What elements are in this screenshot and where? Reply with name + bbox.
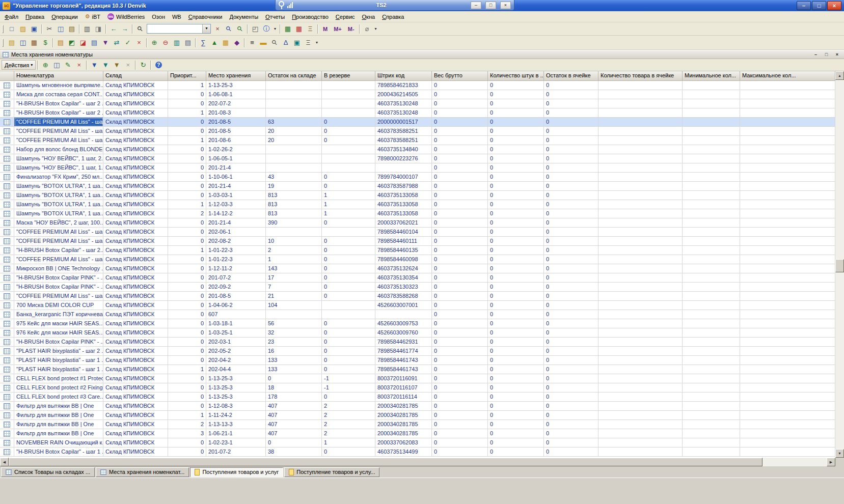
find-icon[interactable]: ⚲ (134, 23, 146, 35)
table-row[interactable]: Маска "НОУ ВЕЙВС", 2 шаг, 100...Склад КП… (0, 218, 835, 228)
forward-icon[interactable]: → (119, 23, 130, 35)
table-row[interactable]: "COFFEE PREMIUM All Liss" - шаг...Склад … (0, 136, 835, 145)
refresh-icon[interactable]: ↻ (138, 60, 149, 71)
table-row[interactable]: "H-BRUSH Botox Capilar" - шаг 2...Склад … (0, 246, 835, 255)
menu-item-справочники[interactable]: Справочники (185, 12, 226, 21)
combo-dropdown-button[interactable]: ▾ (202, 24, 210, 33)
print-icon[interactable]: ▥ (81, 23, 93, 35)
table-row[interactable]: "COFFEE PREMIUM All Liss" - шаг...Склад … (0, 228, 835, 237)
menu-item-озон[interactable]: Озон (148, 12, 169, 21)
vertical-scroll-thumb[interactable] (835, 259, 844, 272)
reports-icon[interactable]: ∑ (198, 37, 209, 48)
scroll-up-button[interactable]: ▲ (835, 71, 844, 80)
cash-payment-icon[interactable]: ⊖ (160, 37, 171, 48)
pin-icon[interactable] (279, 1, 284, 9)
open-icon[interactable]: ▨ (17, 23, 29, 35)
column-header-min-quantity[interactable]: Минимальное кол... (683, 71, 740, 81)
inventory-check-icon[interactable]: ✓ (122, 37, 133, 48)
table-row[interactable]: 975 Кейс для маски HAIR SEAS...Склад КПИ… (0, 319, 835, 328)
disable-filter-icon[interactable]: × (122, 60, 133, 71)
table-row[interactable]: Шампунь "НОУ ВЕЙВС", 1 шаг, 1...Склад КП… (0, 163, 835, 173)
rdp-close-button[interactable]: × (500, 2, 511, 9)
quick-search-input[interactable] (147, 25, 202, 33)
menu-item-ibt[interactable]: ⚙iBT (81, 12, 104, 21)
column-header-gross-weight[interactable]: Вес брутто (432, 71, 488, 81)
menu-item-производство[interactable]: Производство (288, 12, 332, 21)
table-row[interactable]: CELL FLEX bond protect #3 Care...Склад К… (0, 393, 835, 402)
menu-item-операции[interactable]: Операции (48, 12, 81, 21)
help-icon[interactable]: ? (153, 60, 164, 71)
calendar-icon[interactable]: ▦ (293, 23, 305, 35)
table-row[interactable]: Миска для состава серая CONT...Склад КПИ… (0, 90, 835, 99)
restore-button[interactable]: □ (812, 1, 826, 10)
panel-restore-button[interactable]: □ (822, 51, 831, 58)
price-list-icon[interactable]: $ (40, 37, 51, 48)
sales-chart-icon[interactable]: ▲ (209, 37, 220, 48)
table-row[interactable]: Банка_kerarganic ПЭТ коричнева...Склад К… (0, 310, 835, 319)
scroll-left-button[interactable]: ◀ (0, 458, 9, 466)
clear-search-icon[interactable]: × (212, 23, 223, 35)
table-settings-icon[interactable]: ▦ (282, 23, 293, 35)
table-row[interactable]: "H-BRUSH Botox Capilar PINK" - ...Склад … (0, 283, 835, 292)
panel-close-button[interactable]: × (833, 51, 841, 58)
close-button[interactable]: × (827, 1, 841, 10)
rdp-restore-button[interactable]: □ (485, 2, 496, 9)
find-next-icon[interactable]: ⚲ (223, 23, 234, 35)
scanner-icon[interactable]: ⚲ (269, 37, 280, 48)
column-header-nomenclature[interactable]: Номенклатура (14, 71, 103, 81)
horizontal-scroll-track[interactable] (9, 458, 827, 466)
info-caret[interactable]: ▾ (272, 24, 278, 34)
find-previous-icon[interactable]: ⚲ (234, 23, 246, 35)
filter-settings-icon[interactable]: ▼ (89, 60, 100, 71)
stock-report-icon[interactable]: ▦ (220, 37, 231, 48)
table-row[interactable]: Шампунь "BOTOX ULTRA", 1 ша...Склад КПИМ… (0, 200, 835, 209)
column-header-pieces-per-pack[interactable]: Количество штук в ... (488, 71, 544, 81)
table-row[interactable]: NOVEMBER RAIN Очищающий к...Склад КПИМОВ… (0, 438, 835, 447)
purchase-order-icon[interactable]: ▤ (55, 37, 66, 48)
memory-plus-button[interactable]: М+ (331, 24, 345, 34)
scroll-right-button[interactable]: ▶ (827, 458, 835, 466)
save-icon[interactable]: ▣ (29, 23, 40, 35)
equipment-icon[interactable]: ▣ (291, 37, 303, 48)
column-header-max-quantity[interactable]: Максимальное кол... (740, 71, 835, 81)
actions-button[interactable]: Действия▾ (2, 60, 36, 70)
menu-item-документы[interactable]: Документы (226, 12, 262, 21)
column-header-barcode[interactable]: Штрих код (375, 71, 432, 81)
menu-item-сервис[interactable]: Сервис (332, 12, 359, 21)
table-row[interactable]: "COFFEE PREMIUM All Liss" - шаг...Склад … (0, 255, 835, 264)
cut-icon[interactable]: ✂ (44, 23, 55, 35)
table-row[interactable]: "H-BRUSH Botox Capilar PINK" - ...Склад … (0, 338, 835, 347)
table-row[interactable]: "COFFEE PREMIUM All Liss" - шаг...Склад … (0, 292, 835, 301)
table-row[interactable]: 976 Кейс для маски HAIR SEAS...Склад КПИ… (0, 328, 835, 338)
rdp-minimize-button[interactable]: – (471, 2, 481, 9)
commands-overflow-caret[interactable]: ▾ (314, 38, 320, 48)
table-row[interactable]: "H-BRUSH Botox Capilar" - шаг 2 ...Склад… (0, 99, 835, 108)
drag-handle[interactable] (2, 39, 4, 47)
table-row[interactable]: "H-BRUSH Botox Capilar PINK" - ...Склад … (0, 273, 835, 283)
column-header-priority[interactable]: Приорит... (168, 71, 206, 81)
table-row[interactable]: Фильтр для вытяжки BB | OneСклад КПИМОВС… (0, 402, 835, 411)
menu-item-wildberries[interactable]: WBWildBerries (104, 12, 148, 21)
filter-by-value-icon[interactable]: ▼ (100, 60, 111, 71)
table-row[interactable]: "COFFEE PREMIUM All Liss" - шаг...Склад … (0, 237, 835, 246)
table-row[interactable]: "H-BRUSH Botox Capilar" - шаг 1 ...Склад… (0, 447, 835, 457)
panel-minimize-button[interactable]: – (811, 51, 820, 58)
column-header-cell-quantity[interactable]: Количество товара в ячейке (598, 71, 683, 81)
print-preview-icon[interactable]: ◨ (93, 23, 104, 35)
new-document-icon[interactable]: □ (6, 23, 17, 35)
table-row[interactable]: Шампунь "BOTOX ULTRA", 1 ша...Склад КПИМ… (0, 182, 835, 191)
table-row[interactable]: 700 Миска DEMI COLOR CUPСклад КПИМОВСК01… (0, 301, 835, 310)
table-row[interactable]: "PLAST HAIR bixyplastia" - шаг 2 ...Скла… (0, 347, 835, 356)
edit-icon[interactable]: ✎ (62, 60, 73, 71)
table-row[interactable]: Микроскоп BB | ONE Technology ...Склад К… (0, 264, 835, 273)
filter-history-icon[interactable]: ▼ (111, 60, 122, 71)
toolbar-overflow-caret[interactable]: ▾ (373, 24, 379, 34)
scales-icon[interactable]: Δ (280, 37, 291, 48)
payment-order-icon[interactable]: ▤ (182, 37, 194, 48)
back-icon[interactable]: ← (108, 23, 119, 35)
info-icon[interactable]: ⓘ (261, 23, 272, 35)
table-row[interactable]: "COFFEE PREMIUM All Liss" - шаг...Склад … (0, 127, 835, 136)
menu-item-wb[interactable]: WB (169, 12, 185, 21)
menu-item-правка[interactable]: Правка (22, 12, 48, 21)
retail-sales-icon[interactable]: ▼ (100, 37, 111, 48)
